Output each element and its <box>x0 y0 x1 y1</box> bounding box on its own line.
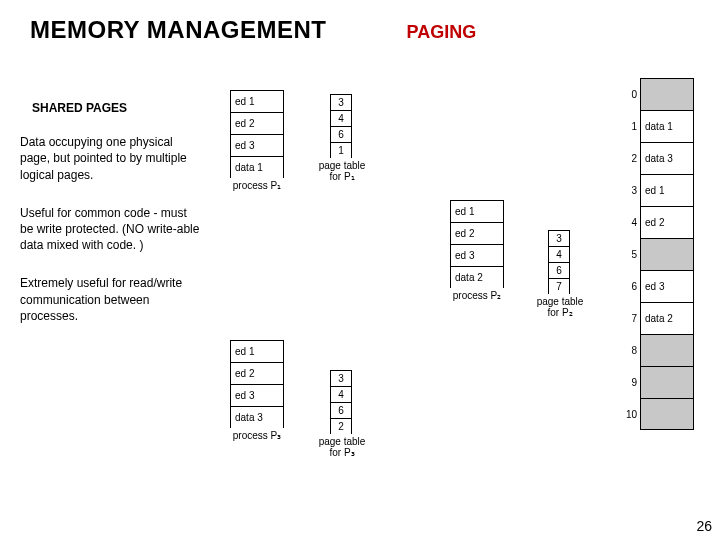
cell-label: ed 2 <box>455 228 474 239</box>
cell-label: data 2 <box>455 272 483 283</box>
memory-index: 3 <box>619 185 637 196</box>
memory-value: data 3 <box>645 153 673 164</box>
memory-index: 0 <box>619 89 637 100</box>
pt-row: 6 <box>330 126 352 142</box>
process-p1-label: process P₁ <box>230 180 284 191</box>
process-row: ed 3 <box>450 244 504 266</box>
page-number: 26 <box>696 518 712 534</box>
process-row: data 3 <box>230 406 284 428</box>
memory-index: 9 <box>619 377 637 388</box>
process-p2-label: process P₂ <box>450 290 504 301</box>
page-table-p2: 3 4 6 7 page table for P₂ <box>548 230 590 318</box>
process-row: data 2 <box>450 266 504 288</box>
main-title: MEMORY MANAGEMENT <box>30 16 327 44</box>
cell-label: ed 3 <box>235 140 254 151</box>
pt-row: 3 <box>548 230 570 246</box>
sub-title: PAGING <box>407 22 477 43</box>
cell-label: ed 2 <box>235 368 254 379</box>
memory-index: 6 <box>619 281 637 292</box>
memory-row: 4ed 2 <box>640 206 694 238</box>
memory-row: 1data 1 <box>640 110 694 142</box>
memory-index: 1 <box>619 121 637 132</box>
cell-label: ed 3 <box>455 250 474 261</box>
pt-row: 7 <box>548 278 570 294</box>
memory-index: 10 <box>619 409 637 420</box>
memory-row: 10 <box>640 398 694 430</box>
memory-index: 4 <box>619 217 637 228</box>
memory-row: 6ed 3 <box>640 270 694 302</box>
memory-row: 2data 3 <box>640 142 694 174</box>
pt-row: 1 <box>330 142 352 158</box>
pt-row: 6 <box>548 262 570 278</box>
sidebar-para-2: Useful for common code - must be write p… <box>20 205 200 254</box>
pt-row: 6 <box>330 402 352 418</box>
process-row: ed 3 <box>230 134 284 156</box>
process-p3-block: ed 1 ed 2 ed 3 data 3 process P₃ <box>230 340 284 441</box>
memory-index: 2 <box>619 153 637 164</box>
memory-index: 5 <box>619 249 637 260</box>
process-p1-block: ed 1 ed 2 ed 3 data 1 process P₁ <box>230 90 284 191</box>
memory-value: ed 3 <box>645 281 664 292</box>
sidebar-para-3: Extremely useful for read/write communic… <box>20 275 200 324</box>
memory-row: 8 <box>640 334 694 366</box>
process-row: ed 1 <box>230 340 284 362</box>
sidebar-para-1: Data occupying one physical page, but po… <box>20 134 200 183</box>
cell-label: ed 1 <box>235 346 254 357</box>
memory-index: 8 <box>619 345 637 356</box>
process-p2-block: ed 1 ed 2 ed 3 data 2 process P₂ <box>450 200 504 301</box>
pt-row: 2 <box>330 418 352 434</box>
process-row: ed 2 <box>230 362 284 384</box>
cell-label: data 1 <box>235 162 263 173</box>
sidebar-heading: SHARED PAGES <box>32 100 200 116</box>
memory-row: 0 <box>640 78 694 110</box>
process-row: ed 2 <box>230 112 284 134</box>
process-p3-label: process P₃ <box>230 430 284 441</box>
process-row: data 1 <box>230 156 284 178</box>
page-table-p2-label: page table for P₂ <box>530 296 590 318</box>
process-row: ed 2 <box>450 222 504 244</box>
process-row: ed 3 <box>230 384 284 406</box>
cell-label: data 3 <box>235 412 263 423</box>
memory-index: 7 <box>619 313 637 324</box>
memory-row: 5 <box>640 238 694 270</box>
memory-row: 3ed 1 <box>640 174 694 206</box>
cell-label: ed 1 <box>235 96 254 107</box>
pt-row: 3 <box>330 94 352 110</box>
memory-value: ed 1 <box>645 185 664 196</box>
physical-memory: 01data 12data 33ed 14ed 256ed 37data 289… <box>640 78 694 430</box>
page-table-p3-label: page table for P₃ <box>312 436 372 458</box>
pt-row: 4 <box>548 246 570 262</box>
memory-row: 9 <box>640 366 694 398</box>
cell-label: ed 3 <box>235 390 254 401</box>
pt-row: 4 <box>330 110 352 126</box>
pt-row: 3 <box>330 370 352 386</box>
page-table-p1-label: page table for P₁ <box>312 160 372 182</box>
memory-value: ed 2 <box>645 217 664 228</box>
cell-label: ed 1 <box>455 206 474 217</box>
memory-row: 7data 2 <box>640 302 694 334</box>
process-row: ed 1 <box>230 90 284 112</box>
process-row: ed 1 <box>450 200 504 222</box>
page-table-p3: 3 4 6 2 page table for P₃ <box>330 370 372 458</box>
cell-label: ed 2 <box>235 118 254 129</box>
memory-value: data 1 <box>645 121 673 132</box>
memory-value: data 2 <box>645 313 673 324</box>
title-row: MEMORY MANAGEMENT PAGING <box>0 0 720 44</box>
pt-row: 4 <box>330 386 352 402</box>
page-table-p1: 3 4 6 1 page table for P₁ <box>330 94 372 182</box>
sidebar-text: SHARED PAGES Data occupying one physical… <box>20 100 200 346</box>
